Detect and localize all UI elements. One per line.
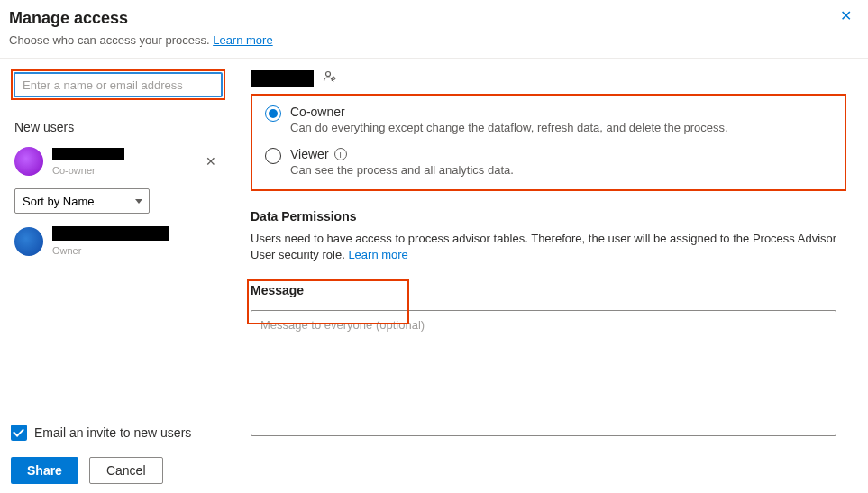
user-name-redacted <box>52 226 169 241</box>
role-option-viewer[interactable]: Viewer i Can see the process and all ana… <box>265 147 832 177</box>
email-invite-label: Email an invite to new users <box>34 425 191 440</box>
message-heading: Message <box>251 283 846 297</box>
avatar <box>14 227 43 256</box>
perm-text-body: Users need to have access to process adv… <box>251 232 836 261</box>
dialog-footer: Email an invite to new users Share Cance… <box>11 425 191 484</box>
new-user-row[interactable]: Co-owner ✕ <box>11 145 225 178</box>
role-title: Co-owner <box>290 105 728 119</box>
dialog-title: Manage access <box>9 9 850 28</box>
user-role: Co-owner <box>52 165 200 176</box>
roles-box: Co-owner Can do everything except change… <box>251 94 846 191</box>
user-role: Owner <box>52 245 222 256</box>
dialog-body: New users Co-owner ✕ Sort by Name Owner <box>0 59 868 419</box>
user-info: Owner <box>52 226 222 256</box>
message-textarea[interactable] <box>251 310 836 436</box>
radio-viewer[interactable] <box>265 148 281 164</box>
dialog-subtitle: Choose who can access your process. Lear… <box>9 33 850 47</box>
share-button[interactable]: Share <box>11 457 78 484</box>
message-block: Message <box>251 283 846 439</box>
user-search-input[interactable] <box>14 72 223 97</box>
perm-learn-more-link[interactable]: Learn more <box>348 248 407 261</box>
role-desc: Can see the process and all analytics da… <box>290 163 514 177</box>
email-invite-row[interactable]: Email an invite to new users <box>11 425 191 441</box>
role-desc: Can do everything except change the data… <box>290 121 728 134</box>
sort-dropdown[interactable]: Sort by Name <box>14 188 150 214</box>
new-users-label: New users <box>14 120 225 134</box>
radio-coowner[interactable] <box>265 105 281 122</box>
svg-point-0 <box>326 72 331 77</box>
left-panel: New users Co-owner ✕ Sort by Name Owner <box>0 59 236 419</box>
remove-user-icon[interactable]: ✕ <box>200 154 222 169</box>
dialog-header: Manage access Choose who can access your… <box>0 0 868 58</box>
selected-user-name-redacted <box>251 70 314 87</box>
info-icon[interactable]: i <box>334 148 347 160</box>
user-name-redacted <box>52 148 124 160</box>
selected-user-bar <box>251 69 846 87</box>
role-text: Viewer i Can see the process and all ana… <box>290 147 514 177</box>
cancel-button[interactable]: Cancel <box>89 457 163 484</box>
user-info: Co-owner <box>52 148 200 176</box>
close-icon[interactable]: ✕ <box>840 7 852 24</box>
svg-point-1 <box>333 78 335 80</box>
search-highlight <box>11 69 225 100</box>
data-permissions-heading: Data Permissions <box>251 209 846 224</box>
role-text: Co-owner Can do everything except change… <box>290 105 728 134</box>
role-title: Viewer i <box>290 147 514 161</box>
right-panel: Co-owner Can do everything except change… <box>236 59 868 419</box>
subtitle-text: Choose who can access your process. <box>9 33 213 47</box>
data-permissions-text: Users need to have access to process adv… <box>251 231 846 263</box>
email-invite-checkbox[interactable] <box>11 425 27 441</box>
existing-user-row[interactable]: Owner <box>11 224 225 258</box>
role-title-text: Viewer <box>290 147 329 161</box>
avatar <box>14 147 43 176</box>
button-row: Share Cancel <box>11 457 191 484</box>
learn-more-link[interactable]: Learn more <box>213 33 272 47</box>
role-option-coowner[interactable]: Co-owner Can do everything except change… <box>265 105 832 134</box>
sort-select[interactable]: Sort by Name <box>14 188 150 214</box>
person-role-icon <box>323 69 337 87</box>
